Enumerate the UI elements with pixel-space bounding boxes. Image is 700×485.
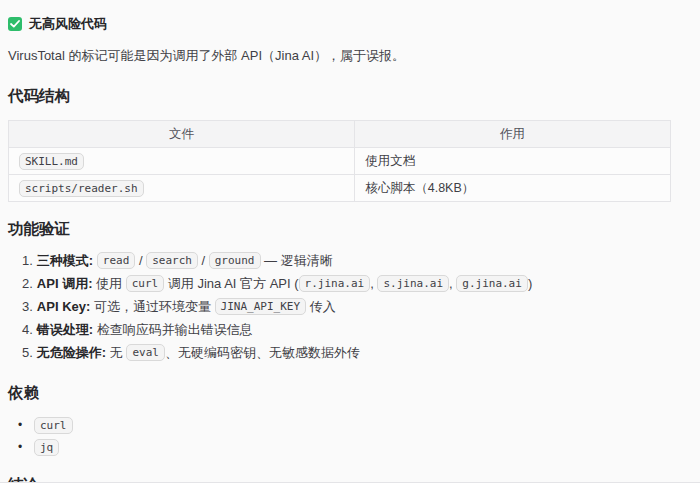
inline-code-chip: ground: [209, 252, 261, 269]
dependency-chip: curl: [34, 417, 73, 434]
file-cell: SKILL.md: [9, 148, 355, 175]
section-heading-conclusion: 结论: [8, 475, 671, 483]
list-item: 5.无危险操作: 无 eval、无硬编码密钥、无敏感数据外传: [8, 341, 671, 364]
bullet-icon: •: [18, 436, 34, 458]
inline-code-chip: s.jina.ai: [377, 275, 449, 292]
list-item: •jq: [8, 436, 671, 458]
inline-code-chip: read: [97, 252, 136, 269]
inline-code-chip: r.jina.ai: [299, 275, 371, 292]
list-item: •curl: [8, 414, 671, 436]
inline-code-chip: g.jina.ai: [456, 275, 528, 292]
list-item: 1.三种模式: read / search / ground — 逻辑清晰: [8, 249, 671, 272]
risk-status-label: 无高风险代码: [29, 15, 107, 33]
table-row: SKILL.md 使用文档: [9, 148, 671, 175]
checked-checkbox-icon[interactable]: [8, 17, 22, 31]
list-item: 2.API 调用: 使用 curl 调用 Jina AI 官方 API (r.j…: [8, 272, 671, 295]
files-table: 文件 作用 SKILL.md 使用文档 scripts/reader.sh 核心…: [8, 120, 671, 202]
section-heading-dependencies: 依赖: [8, 383, 671, 404]
column-header-purpose: 作用: [355, 121, 671, 148]
verification-list: 1.三种模式: read / search / ground — 逻辑清晰 2.…: [8, 249, 671, 364]
section-heading-verification: 功能验证: [8, 219, 671, 240]
list-item-number: 1.: [22, 253, 33, 268]
purpose-cell: 使用文档: [355, 148, 671, 175]
list-item: 4.错误处理: 检查响应码并输出错误信息: [8, 318, 671, 341]
inline-code-chip: eval: [126, 344, 165, 361]
inline-code-chip: JINA_API_KEY: [215, 298, 306, 315]
section-heading-code-structure: 代码结构: [8, 86, 671, 107]
list-item-content: 无危险操作: 无 eval、无硬编码密钥、无敏感数据外传: [37, 345, 360, 360]
list-item-number: 3.: [22, 299, 33, 314]
list-item-number: 2.: [22, 276, 33, 291]
list-item-content: API 调用: 使用 curl 调用 Jina AI 官方 API (r.jin…: [37, 276, 532, 291]
list-item-content: API Key: 可选，通过环境变量 JINA_API_KEY 传入: [37, 299, 336, 314]
list-item: 3.API Key: 可选，通过环境变量 JINA_API_KEY 传入: [8, 295, 671, 318]
table-header-row: 文件 作用: [9, 121, 671, 148]
bullet-icon: •: [18, 414, 34, 436]
inline-code-chip: search: [146, 252, 198, 269]
list-item-number: 5.: [22, 345, 33, 360]
file-cell: scripts/reader.sh: [9, 175, 355, 202]
inline-code-chip: curl: [126, 275, 165, 292]
table-row: scripts/reader.sh 核心脚本（4.8KB）: [9, 175, 671, 202]
risk-status-line: 无高风险代码: [8, 0, 671, 33]
markdown-content: 无高风险代码 VirusTotal 的标记可能是因为调用了外部 API（Jina…: [0, 0, 700, 483]
list-item-content: 三种模式: read / search / ground — 逻辑清晰: [37, 253, 333, 268]
dependency-chip: jq: [34, 439, 59, 456]
file-name-chip: scripts/reader.sh: [19, 180, 144, 197]
document-page: 无高风险代码 VirusTotal 的标记可能是因为调用了外部 API（Jina…: [0, 0, 700, 483]
file-name-chip: SKILL.md: [19, 153, 84, 170]
purpose-cell: 核心脚本（4.8KB）: [355, 175, 671, 202]
column-header-file: 文件: [9, 121, 355, 148]
dependencies-list: •curl •jq: [8, 414, 671, 458]
list-item-number: 4.: [22, 322, 33, 337]
intro-paragraph: VirusTotal 的标记可能是因为调用了外部 API（Jina AI），属于…: [8, 47, 671, 65]
list-item-content: 错误处理: 检查响应码并输出错误信息: [37, 322, 253, 337]
